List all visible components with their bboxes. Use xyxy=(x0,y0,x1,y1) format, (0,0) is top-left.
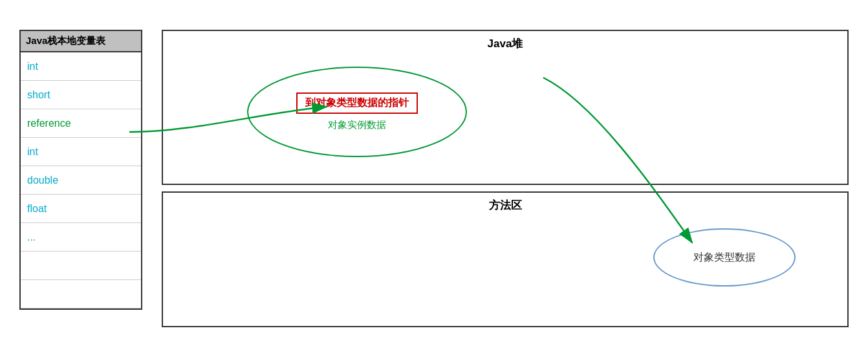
local-var-table: Java栈本地变量表 int short reference int doubl… xyxy=(19,30,142,310)
table-row: int xyxy=(21,52,141,81)
diagram-container: Java栈本地变量表 int short reference int doubl… xyxy=(0,17,868,340)
table-row-empty xyxy=(21,252,141,280)
table-row: float xyxy=(21,195,141,223)
java-heap-box: Java堆 到对象类型数据的指针 对象实例数据 xyxy=(162,30,849,185)
table-row: short xyxy=(21,81,141,109)
table-row: int xyxy=(21,138,141,166)
heap-title: Java堆 xyxy=(163,31,847,54)
table-row-reference: reference xyxy=(21,109,141,138)
type-data-label: 对象类型数据 xyxy=(693,251,755,265)
table-row: ... xyxy=(21,223,141,252)
method-area-title: 方法区 xyxy=(163,193,847,215)
table-header: Java栈本地变量表 xyxy=(21,31,141,52)
right-section: Java堆 到对象类型数据的指针 对象实例数据 方法区 对象类型数据 xyxy=(162,30,849,327)
instance-data-ellipse: 到对象类型数据的指针 对象实例数据 xyxy=(247,67,467,157)
instance-label: 对象实例数据 xyxy=(328,119,386,131)
type-data-ellipse: 对象类型数据 xyxy=(653,228,796,287)
table-row: double xyxy=(21,166,141,195)
table-row-empty xyxy=(21,280,141,308)
method-area-box: 方法区 对象类型数据 xyxy=(162,191,849,327)
pointer-box: 到对象类型数据的指针 xyxy=(296,92,418,114)
